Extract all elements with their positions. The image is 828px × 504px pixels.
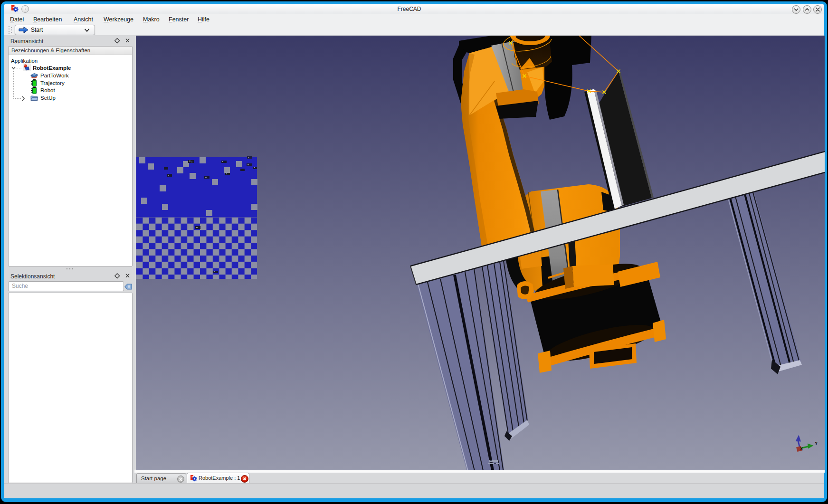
svg-text:X: X [800,446,803,451]
svg-text:Y: Y [815,440,818,446]
